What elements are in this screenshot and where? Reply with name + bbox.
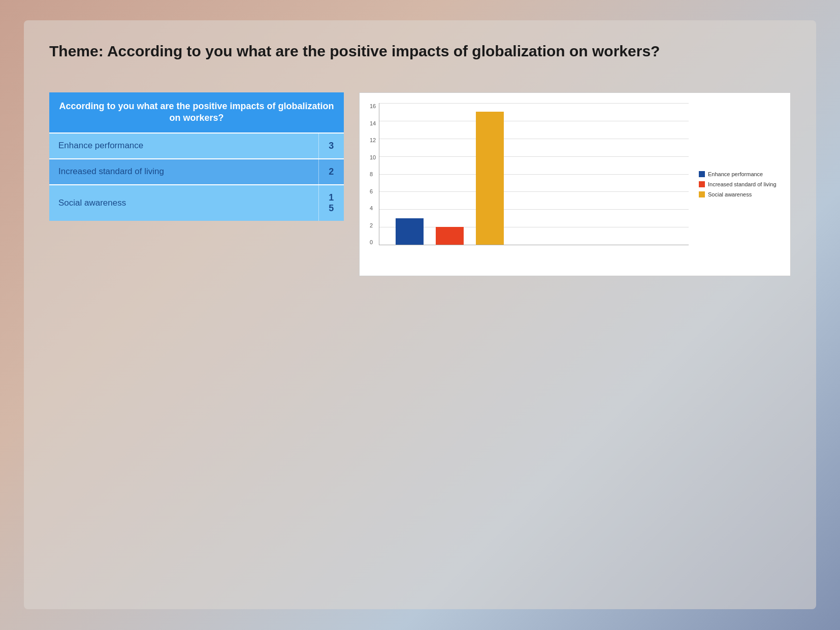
row-count-2: 2 [318,159,344,185]
legend-label-3: Social awareness [708,191,752,197]
legend-color-3 [699,191,705,197]
bar-enhance-performance [396,218,424,245]
row-count-3: 1 5 [318,185,344,221]
content-area: According to you what are the positive i… [49,92,791,276]
y-label-4: 4 [370,205,376,211]
bar-social-awareness [476,112,504,245]
table-row: Social awareness 1 5 [49,185,344,221]
chart-legend: Enhance performance Increased standard o… [699,103,780,266]
chart-area: 0 2 4 6 8 10 12 14 16 [370,103,689,266]
table-header-text: According to you what are the positive i… [59,101,334,123]
legend-color-2 [699,181,705,187]
y-label-6: 6 [370,188,376,194]
row-label-1: Enhance performance [49,133,318,159]
legend-item-1: Enhance performance [699,171,780,177]
table-header: According to you what are the positive i… [49,92,344,133]
data-table: According to you what are the positive i… [49,92,344,221]
legend-color-1 [699,171,705,177]
y-label-0: 0 [370,239,376,245]
y-label-10: 10 [370,154,376,160]
y-label-8: 8 [370,171,376,177]
legend-item-3: Social awareness [699,191,780,197]
y-label-2: 2 [370,222,376,228]
table-row: Enhance performance 3 [49,133,344,159]
count-line1: 1 [328,192,335,203]
y-label-14: 14 [370,120,376,126]
legend-label-2: Increased standard of living [708,181,777,187]
row-count-1: 3 [318,133,344,159]
count-line2: 5 [328,203,335,214]
main-container: Theme: According to you what are the pos… [24,20,816,609]
chart-section: 0 2 4 6 8 10 12 14 16 [359,92,791,276]
bar-increased-standard [436,227,464,245]
row-label-3: Social awareness [49,185,318,221]
legend-label-1: Enhance performance [708,171,763,177]
y-label-16: 16 [370,103,376,109]
page-title: Theme: According to you what are the pos… [49,41,791,62]
legend-item-2: Increased standard of living [699,181,780,187]
table-row: Increased standard of living 2 [49,159,344,185]
table-section: According to you what are the positive i… [49,92,344,221]
y-label-12: 12 [370,137,376,143]
row-label-2: Increased standard of living [49,159,318,185]
